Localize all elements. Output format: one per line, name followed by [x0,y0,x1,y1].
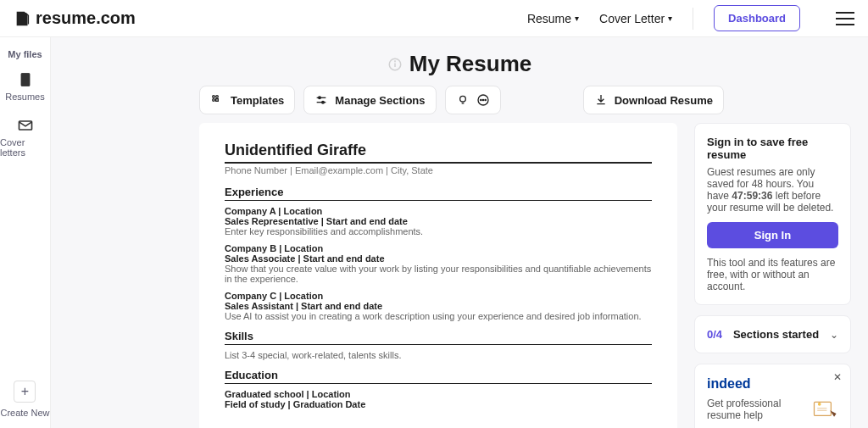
document-icon [17,71,34,88]
signin-button[interactable]: Sign In [707,222,838,248]
left-sidebar: My files Resumes Cover letters + Create … [0,37,51,428]
signin-text: Guest resumes are only saved for 48 hour… [707,166,838,214]
divider [225,162,652,164]
right-column: Sign in to save free resume Guest resume… [694,123,851,428]
nav-resume[interactable]: Resume ▾ [527,12,579,25]
plus-icon[interactable]: + [14,381,36,403]
svg-point-18 [485,99,486,100]
svg-point-17 [482,99,483,100]
svg-point-20 [818,403,821,406]
resume-contact: Phone Number | Email@example.com | City,… [225,165,652,175]
section-experience: Experience [225,186,652,201]
signin-title: Sign in to save free resume [707,136,838,161]
resume-preview[interactable]: Unidentified Giraffe Phone Number | Emai… [199,123,677,428]
envelope-icon [17,117,34,134]
templates-button[interactable]: Templates [199,86,295,114]
education-entry: Graduated school | Location Field of stu… [225,389,652,409]
close-icon[interactable]: ✕ [833,371,842,383]
resume-name: Unidentified Giraffe [225,142,652,159]
sidebar-title: My files [8,49,42,59]
countdown: 47:59:36 [732,190,772,202]
experience-entry: Company A | Location Sales Representativ… [225,206,652,236]
experience-entry: Company B | Location Sales Associate | S… [225,243,652,284]
tips-button[interactable] [445,86,501,114]
resume-illustration-icon [812,397,838,422]
dashboard-button[interactable]: Dashboard [714,5,800,31]
divider [693,8,693,30]
grid-icon [210,93,224,107]
svg-point-5 [213,96,215,98]
section-education: Education [225,369,652,384]
sections-panel[interactable]: 0/4 Sections started ⌄ [694,315,851,353]
chevron-down-icon: ⌄ [830,329,838,341]
skills-desc: List 3-4 special, work-related, talents … [225,350,652,360]
menu-icon[interactable] [836,12,854,25]
signin-panel: Sign in to save free resume Guest resume… [694,123,851,305]
sliders-icon [314,93,328,107]
svg-point-6 [216,96,219,98]
svg-rect-19 [814,402,831,415]
top-nav: Resume ▾ Cover Letter ▾ Dashboard [527,5,854,31]
signin-footer: This tool and its features are free, wit… [707,257,838,292]
info-icon [387,57,403,72]
svg-point-12 [322,101,325,103]
page-title: My Resume [387,51,532,77]
experience-entry: Company C | Location Sales Assistant | S… [225,291,652,321]
main-area: My Resume Templates Manage Sections Down… [51,37,868,428]
svg-point-13 [459,96,465,102]
sidebar-create-new[interactable]: + Create New [0,381,49,418]
section-skills: Skills [225,330,652,345]
svg-point-16 [480,99,481,100]
logo-text: resume.com [36,8,136,28]
svg-point-11 [319,97,321,99]
indeed-text: Get professional resume help [707,397,805,421]
lightbulb-icon [456,93,470,107]
svg-rect-8 [216,99,219,102]
sections-count: 0/4 [707,328,722,341]
sidebar-item-resumes[interactable]: Resumes [5,71,44,102]
more-icon [476,93,490,107]
sections-label: Sections started [733,328,819,341]
manage-sections-button[interactable]: Manage Sections [303,86,436,114]
download-resume-button[interactable]: Download Resume [583,86,724,114]
sidebar-item-cover-letters[interactable]: Cover letters [0,117,50,158]
chevron-down-icon: ▾ [668,14,672,23]
nav-cover-letter[interactable]: Cover Letter ▾ [599,12,672,25]
logo-icon [14,9,32,28]
top-header: resume.com Resume ▾ Cover Letter ▾ Dashb… [0,0,868,37]
toolbar: Templates Manage Sections Download Resum… [51,86,868,123]
logo[interactable]: resume.com [14,8,136,28]
chevron-down-icon: ▾ [575,14,579,23]
svg-point-4 [394,60,395,61]
svg-rect-0 [21,74,30,86]
indeed-panel: ✕ indeed Get professional resume help Re… [694,364,851,428]
indeed-logo: indeed [707,376,838,392]
svg-point-7 [213,99,215,102]
download-icon [594,93,608,107]
